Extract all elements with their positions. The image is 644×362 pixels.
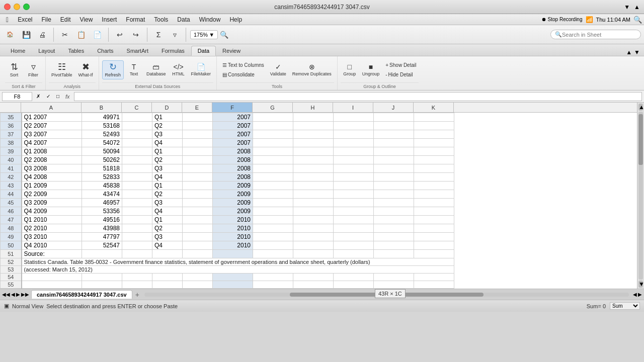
row-number[interactable]: 47 [1,216,22,224]
cell-f35[interactable]: 2007 [213,113,253,122]
cell-a39[interactable]: Q1 2008 [22,147,82,156]
cell-j43[interactable] [374,182,414,190]
cell-j47[interactable] [374,216,414,224]
cell-k38[interactable] [414,139,454,147]
row-number[interactable]: 44 [1,190,22,199]
cell-d46[interactable]: Q4 [152,207,183,216]
cell-i55[interactable] [334,281,374,289]
cell-h43[interactable] [293,182,334,190]
menu-data[interactable]: Data [173,15,194,24]
menu-edit[interactable]: Edit [56,15,75,24]
cell-i46[interactable] [334,207,374,216]
cell-i47[interactable] [334,216,374,224]
col-header-f[interactable]: F [212,103,253,112]
cell-b41[interactable]: 51818 [82,164,122,173]
cell-k50[interactable] [414,241,454,250]
cell-d35[interactable]: Q1 [152,113,183,122]
cell-k48[interactable] [414,224,454,233]
sum-btn[interactable]: Σ [151,30,166,40]
cell-a49[interactable]: Q3 2010 [22,233,82,241]
tab-formulas[interactable]: Formulas [155,46,191,56]
cell-k39[interactable] [414,147,454,156]
cell-c44[interactable] [122,190,152,199]
cell-e35[interactable] [183,113,213,122]
search-icon-menu[interactable]: 🔍 [633,16,642,24]
row-number[interactable]: 51 [1,250,22,258]
cell-k54[interactable] [414,274,454,281]
scroll-track[interactable] [638,112,643,280]
stop-recording[interactable]: ⏺ Stop Recording [541,17,583,22]
cell-a46[interactable]: Q4 2009 [22,207,82,216]
cell-b42[interactable]: 52833 [82,173,122,182]
cell-k55[interactable] [414,281,454,289]
cell-b35[interactable]: 49971 [82,113,122,122]
cell-j35[interactable] [374,113,414,122]
cell-a44[interactable]: Q2 2009 [22,190,82,199]
cell-i39[interactable] [334,147,374,156]
cell-i43[interactable] [334,182,374,190]
cell-e42[interactable] [183,173,213,182]
col-header-g[interactable]: G [253,103,293,112]
zoom-selector[interactable]: 175% ▼ [190,30,218,39]
cell-h38[interactable] [293,139,334,147]
function-selector[interactable]: Sum Average Count [610,302,640,310]
whatif-btn[interactable]: ✖ What-If [76,61,96,79]
expand-icon[interactable]: ▲ [634,4,640,11]
cell-g50[interactable] [253,241,293,250]
cell-g42[interactable] [253,173,293,182]
cell-g38[interactable] [253,139,293,147]
cell-c50[interactable] [122,241,152,250]
cell-g37[interactable] [253,130,293,139]
cell-g55[interactable] [253,281,293,289]
cell-a51[interactable]: Source: [22,250,82,258]
copy-formula-btn[interactable]: □ [54,93,61,100]
col-header-i[interactable]: I [333,103,373,112]
cell-f40[interactable]: 2008 [213,156,253,164]
scroll-up[interactable]: ▲ [638,104,643,111]
cell-e48[interactable] [183,224,213,233]
tab-tables[interactable]: Tables [61,46,91,56]
cell-j48[interactable] [374,224,414,233]
cell-i36[interactable] [334,122,374,130]
consolidate-btn[interactable]: ▤ Consolidate [220,70,267,79]
cell-h49[interactable] [293,233,334,241]
cell-g45[interactable] [253,199,293,207]
cell-f46[interactable]: 2009 [213,207,253,216]
cell-d42[interactable]: Q4 [152,173,183,182]
cell-j40[interactable] [374,156,414,164]
text-to-columns-btn[interactable]: ☰ Text to Columns [220,61,267,69]
cell-a55[interactable] [22,281,82,289]
tab-home[interactable]: Home [4,46,32,56]
apple-menu[interactable]:  [2,16,13,24]
ribbon-options-icon[interactable]: ▼ [634,49,640,56]
cell-e47[interactable] [183,216,213,224]
pivottable-btn[interactable]: ☷ PivotTable [49,61,75,79]
cell-i50[interactable] [334,241,374,250]
cell-e44[interactable] [183,190,213,199]
cell-j41[interactable] [374,164,414,173]
cell-a50[interactable]: Q4 2010 [22,241,82,250]
cell-j46[interactable] [374,207,414,216]
cell-j49[interactable] [374,233,414,241]
cell-h41[interactable] [293,164,334,173]
cell-h44[interactable] [293,190,334,199]
confirm-formula-btn[interactable]: ✓ [44,93,52,100]
cell-f36[interactable]: 2007 [213,122,253,130]
cell-h35[interactable] [293,113,334,122]
sheet-last-btn[interactable]: ▶▶ [21,292,29,297]
sheet-tab-main[interactable]: cansim764658934244917 3047.csv [31,290,132,299]
cell-c48[interactable] [122,224,152,233]
row-number[interactable]: 53 [1,266,22,274]
cell-j50[interactable] [374,241,414,250]
save-btn[interactable]: 💾 [19,30,33,40]
col-header-h[interactable]: H [293,103,333,112]
undo-btn[interactable]: ↩ [113,30,127,40]
cell-a45[interactable]: Q3 2009 [22,199,82,207]
col-header-j[interactable]: J [373,103,414,112]
cell-g44[interactable] [253,190,293,199]
cell-d55[interactable] [152,281,183,289]
sort-btn[interactable]: ⇅ Sort [5,61,23,79]
cut-btn[interactable]: ✂ [58,30,72,40]
row-number[interactable]: 48 [1,224,22,233]
cell-e36[interactable] [183,122,213,130]
